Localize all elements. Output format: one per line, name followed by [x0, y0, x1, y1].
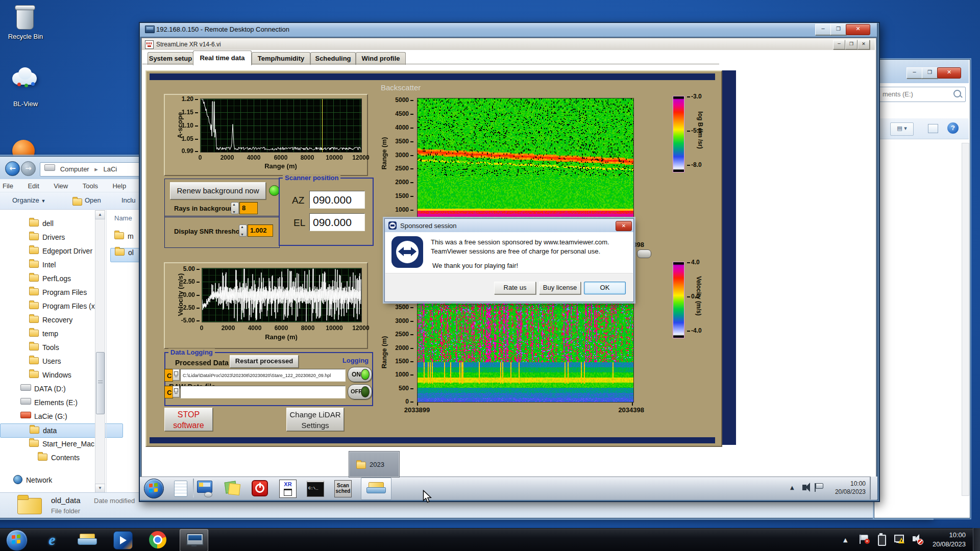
remote-show-desktop[interactable]: [870, 477, 877, 499]
preview-label: 2023: [370, 461, 384, 468]
remote-clock-date[interactable]: 20/08/2023: [825, 488, 866, 495]
teamviewer-icon: [388, 221, 397, 230]
velocity-xlabel: Range (m): [256, 333, 307, 341]
snr-value-field[interactable]: 1.002: [248, 224, 273, 237]
scanner-position-label: Scanner position: [283, 174, 340, 182]
notepad-icon[interactable]: [172, 480, 189, 497]
stop-software-button[interactable]: STOPsoftware: [164, 408, 213, 431]
velocity-plot: [202, 268, 362, 322]
remote-clock-time[interactable]: 10:00: [830, 480, 866, 487]
processed-logging-toggle[interactable]: ON: [348, 367, 372, 382]
tab-wind-profile[interactable]: Wind profile: [356, 52, 406, 65]
labview-restore-button[interactable]: ❐: [845, 40, 857, 49]
velmap-x-right: 2034398: [603, 406, 644, 414]
rays-label: Rays in background: [174, 205, 237, 212]
processed-drive-box[interactable]: C: [164, 369, 173, 382]
tab-scheduling[interactable]: Scheduling: [310, 52, 356, 65]
backscatter-title: Backscatter: [381, 83, 421, 92]
system-settings-icon[interactable]: [196, 480, 213, 497]
processed-path-field[interactable]: C:\Lidar\Data\Proc\2023\202308\20230820\…: [180, 369, 346, 382]
cmd-icon[interactable]: C:\_: [306, 480, 324, 497]
tab-real-time-data[interactable]: Real time data: [193, 51, 252, 65]
labview-vi-icon: [145, 40, 154, 49]
velmap-x-left: 2033899: [394, 406, 440, 414]
restart-processed-button[interactable]: Restart processed file: [230, 355, 299, 368]
backscatter-colorbar: [673, 96, 684, 172]
rays-spinner[interactable]: [231, 202, 239, 214]
backscatter-heatmap: [417, 98, 634, 238]
path-type-icon[interactable]: [173, 369, 180, 381]
el-value-field[interactable]: 090.000: [309, 213, 365, 231]
change-lidar-settings-button[interactable]: Change LiDARSettings: [286, 408, 344, 431]
az-value-field[interactable]: 090.000: [309, 191, 365, 209]
labview-titlebar[interactable]: [142, 38, 875, 50]
rate-us-button[interactable]: Rate us: [494, 282, 536, 294]
taskbar-separator: [193, 479, 194, 497]
az-label: AZ: [292, 195, 304, 206]
dialog-line3: We thank you for playing fair!: [432, 262, 518, 269]
velocity-colorbar: [673, 262, 684, 338]
tab-system-setup[interactable]: System setup: [148, 52, 193, 65]
taskbar-preview-2023[interactable]: 2023: [349, 451, 400, 478]
dialog-line2: TeamViewer sessions are free of charge f…: [431, 247, 600, 255]
labview-minimize-button[interactable]: ─: [833, 40, 845, 49]
on-lamp-icon: [361, 369, 370, 380]
folder-icon: [356, 462, 366, 469]
remote-start-button[interactable]: [144, 479, 164, 498]
tab-temp-humidity[interactable]: Temp/humidity: [252, 52, 310, 65]
logging-label: Logging: [342, 357, 369, 364]
rdp-close-button[interactable]: ✕: [846, 24, 870, 35]
velocity-colorbar-label: Velocity (m/s): [695, 268, 702, 324]
labview-close-button[interactable]: ✕: [857, 40, 870, 49]
renew-led-icon: [269, 185, 280, 196]
off-lamp-icon: [361, 386, 370, 397]
velocity-map-ylabel: Range (m): [380, 327, 388, 378]
labview-title: StreamLine XR v14-6.vi: [156, 41, 221, 48]
snr-spinner[interactable]: [239, 224, 247, 237]
raw-drive-box[interactable]: C: [164, 386, 173, 398]
ok-button[interactable]: OK: [584, 282, 626, 294]
stop-vi-icon[interactable]: [251, 480, 268, 497]
panel-right-band: [722, 70, 736, 445]
dialog-line1: This was a free session sponsored by www…: [431, 238, 609, 246]
ascope-xlabel: Range (m): [255, 162, 306, 170]
panel-top-band: [150, 73, 715, 80]
path-type-icon[interactable]: [173, 386, 180, 397]
renew-background-button[interactable]: Renew background now: [170, 182, 266, 199]
velmap-left-tickmark: [417, 403, 418, 406]
scanner-position-group: [279, 178, 374, 246]
teamviewer-logo: [391, 236, 423, 268]
ascope-ylabel: A-scope: [176, 100, 184, 151]
buy-license-button[interactable]: Buy license: [539, 282, 581, 294]
ascope-plot: [200, 98, 362, 153]
el-label: EL: [293, 217, 305, 229]
snr-label: Display SNR threshold: [174, 228, 246, 235]
remote-flag-icon[interactable]: [816, 483, 823, 489]
rdp-maximize-button[interactable]: ❐: [830, 24, 846, 35]
data-logging-label: Data Logging: [168, 348, 215, 356]
dialog-close-button[interactable]: ✕: [616, 221, 632, 231]
remote-explorer-taskbar-button[interactable]: [361, 478, 391, 500]
velmap-right-tickmark: [632, 403, 633, 406]
map-slider-knob[interactable]: [637, 249, 651, 258]
rays-value-field[interactable]: 8: [239, 202, 258, 214]
backscatter-colorbar-label: log B (/m /sr): [697, 102, 704, 158]
mouse-cursor: [423, 490, 432, 504]
raw-path-field[interactable]: [180, 386, 346, 398]
rdp-title: 192.168.0.150 - Remote Desktop Connectio…: [156, 26, 289, 33]
raw-logging-toggle[interactable]: OFF: [348, 384, 372, 399]
backscatter-ylabel: Range (m): [380, 128, 388, 179]
rdp-icon: [145, 26, 155, 33]
sticky-notes-icon[interactable]: [224, 480, 241, 497]
dialog-title: Sponsored session: [400, 222, 457, 230]
remote-taskbar: [140, 477, 877, 500]
rdp-minimize-button[interactable]: ─: [815, 24, 831, 35]
labview-xr-icon[interactable]: XR: [279, 480, 296, 497]
sponsored-session-dialog: Sponsored session ✕ This was a free sess…: [384, 218, 634, 302]
remote-tray-up-icon[interactable]: ▲: [790, 485, 794, 490]
velocity-ylabel: Velocity (m/s): [177, 267, 184, 323]
panel-bottom-band: [150, 437, 715, 443]
scan-sched-icon[interactable]: Scan sched: [334, 480, 351, 497]
